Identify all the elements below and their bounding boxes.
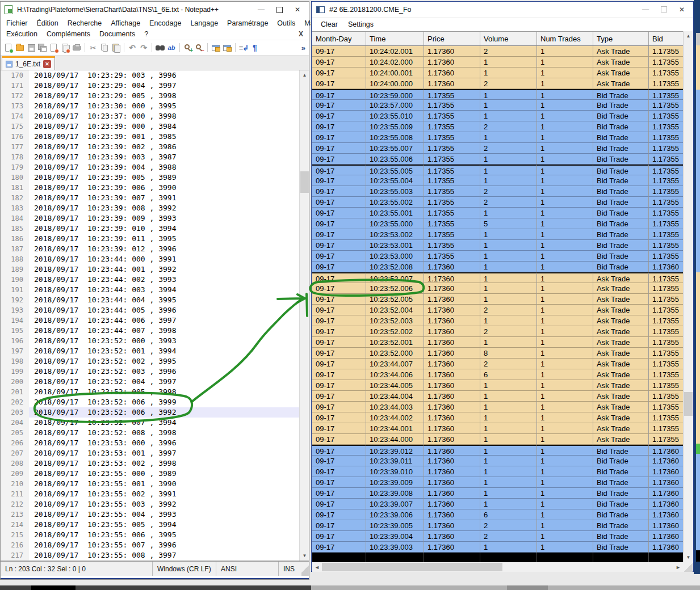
column-header-month-day[interactable]: Month-Day — [312, 32, 366, 45]
resize-grip[interactable] — [301, 562, 309, 576]
table-row[interactable]: 09-1710:23:55.0071.1735521Bid Trade1.173… — [312, 143, 684, 154]
table-row[interactable]: 09-1710:23:39.0051.1736021Bid Trade1.173… — [312, 520, 684, 531]
tab-1-6e-txt[interactable]: 1_6E.txt ✕ — [2, 56, 55, 70]
table-row[interactable]: 09-1710:23:39.0091.1736011Bid Trade1.173… — [312, 477, 684, 488]
editor-line[interactable]: 1922018/09/17 10:23:44: 004 , 3995 — [1, 295, 299, 305]
scrollbar-thumb[interactable] — [300, 171, 309, 193]
table-row[interactable]: 09-1710:23:53.0021.1735511Bid Trade1.173… — [312, 229, 684, 240]
editor-line[interactable]: 1792018/09/17 10:23:39: 004 , 3988 — [1, 162, 299, 172]
menu-item-exécution[interactable]: Exécution — [2, 29, 42, 40]
editor-line[interactable]: 1892018/09/17 10:23:44: 001 , 3992 — [1, 264, 299, 275]
sync-vertical-scroll-icon[interactable] — [211, 43, 221, 53]
scroll-left-icon[interactable]: ◄ — [312, 562, 322, 572]
minimize-button[interactable]: — — [636, 3, 655, 16]
table-row[interactable]: 09-1710:23:52.0081.1736011Bid Trade1.173… — [312, 262, 684, 272]
table-row[interactable]: 09-1710:23:39.0041.1736021Bid Trade1.173… — [312, 531, 684, 542]
column-header-bid[interactable]: Bid — [649, 32, 684, 45]
table-row[interactable]: 09-1710:23:55.0081.1735511Bid Trade1.173… — [312, 132, 684, 143]
table-row[interactable]: 09-1710:23:44.0011.1736011Ask Trade1.173… — [312, 423, 684, 434]
scrollbar-thumb[interactable] — [684, 392, 693, 416]
scroll-right-icon[interactable]: ► — [673, 562, 683, 572]
editor-line[interactable]: 2142018/09/17 10:23:55: 005 , 3994 — [1, 520, 299, 530]
redo-icon[interactable]: ↷ — [139, 43, 149, 53]
table-row[interactable]: 09-1710:23:55.0001.1735551Bid Trade1.173… — [312, 218, 684, 229]
table-row[interactable]: 09-1710:23:39.0111.1736011Bid Trade1.173… — [312, 456, 684, 466]
cut-icon[interactable]: ✂ — [88, 43, 98, 53]
table-row[interactable]: 09-1710:23:55.0011.1735511Bid Trade1.173… — [312, 208, 684, 218]
column-header-type[interactable]: Type — [593, 32, 649, 45]
column-header-volume[interactable]: Volume — [480, 32, 537, 45]
paste-icon[interactable] — [111, 43, 121, 53]
table-row[interactable]: 09-1710:23:52.0051.1736011Ask Trade1.173… — [312, 294, 684, 305]
editor-line[interactable]: 2052018/09/17 10:23:52: 008 , 3998 — [1, 428, 299, 438]
table-row[interactable]: 09-1710:23:39.0031.1736011Bid Trade1.173… — [312, 542, 684, 553]
editor-line[interactable]: 2132018/09/17 10:23:55: 004 , 3993 — [1, 509, 299, 520]
save-all-icon[interactable] — [37, 43, 48, 53]
editor-line[interactable]: 1772018/09/17 10:23:39: 002 , 3986 — [1, 142, 299, 152]
menu-item-langage[interactable]: Langage — [186, 18, 223, 29]
table-row[interactable]: 09-1710:23:44.0001.1736011Ask Trade1.173… — [312, 434, 684, 445]
menu-item-paramétrage[interactable]: Paramétrage — [223, 18, 273, 29]
toolbar-overflow-icon[interactable]: » — [301, 44, 307, 52]
find-icon[interactable] — [155, 43, 165, 53]
editor-line[interactable]: 2062018/09/17 10:23:53: 000 , 3996 — [1, 438, 299, 448]
copy-icon[interactable] — [99, 43, 110, 53]
editor-line[interactable]: 2042018/09/17 10:23:52: 007 , 3994 — [1, 418, 299, 428]
table-row[interactable]: 09-1710:23:39.0061.1736061Bid Trade1.173… — [312, 509, 684, 520]
editor-line[interactable]: 2012018/09/17 10:23:52: 005 , 3998 — [1, 387, 299, 397]
table-row[interactable]: 09-1710:24:02.0011.1736021Ask Trade1.173… — [312, 46, 684, 57]
table-row[interactable]: 09-1710:23:39.0101.1736011Bid Trade1.173… — [312, 466, 684, 477]
table-row[interactable]: 09-1710:23:44.0071.1736021Ask Trade1.173… — [312, 359, 684, 369]
table-vertical-scrollbar[interactable]: ▲ ▼ — [683, 31, 693, 562]
editor-line[interactable]: 1932018/09/17 10:23:44: 005 , 3996 — [1, 305, 299, 315]
table-row[interactable]: 09-1710:23:39.0081.1736011Bid Trade1.173… — [312, 488, 684, 499]
table-row[interactable]: 09-1710:23:55.0051.1735511Bid Trade1.173… — [312, 165, 684, 175]
table-row[interactable]: 09-1710:23:55.0101.1735511Bid Trade1.173… — [312, 111, 684, 121]
menu-item-compléments[interactable]: Compléments — [42, 29, 95, 40]
menu-item-affichage[interactable]: Affichage — [106, 18, 145, 29]
close-button[interactable]: ✕ — [288, 3, 307, 16]
editor-line[interactable]: 2082018/09/17 10:23:53: 002 , 3998 — [1, 458, 299, 469]
save-icon[interactable] — [26, 43, 36, 53]
scrollbar-thumb[interactable] — [322, 563, 502, 571]
editor-line[interactable]: 2122018/09/17 10:23:55: 003 , 3992 — [1, 499, 299, 509]
menu-item-fichier[interactable]: Fichier — [2, 18, 32, 29]
editor-line[interactable]: 2002018/09/17 10:23:52: 004 , 3997 — [1, 377, 299, 387]
table-row[interactable]: 09-1710:24:02.0001.1736011Ask Trade1.173… — [312, 57, 684, 68]
undo-icon[interactable]: ↶ — [127, 43, 137, 53]
resize-grip[interactable] — [683, 562, 693, 572]
table-row[interactable]: 09-1710:23:55.0031.1735521Bid Trade1.173… — [312, 186, 684, 197]
scroll-up-icon[interactable]: ▲ — [300, 70, 309, 80]
word-wrap-icon[interactable]: ≡↲ — [238, 43, 249, 53]
editor-line[interactable]: 2032018/09/17 10:23:52: 006 , 3992 — [1, 407, 299, 418]
column-header-num-trades[interactable]: Num Trades — [537, 32, 593, 45]
show-all-characters-icon[interactable]: ¶ — [250, 43, 260, 53]
table-row[interactable]: 09-1710:23:44.0051.1736011Ask Trade1.173… — [312, 380, 684, 391]
editor-line[interactable]: 1762018/09/17 10:23:39: 001 , 3985 — [1, 132, 299, 142]
zoom-in-icon[interactable]: + — [183, 43, 193, 53]
menu-item-outils[interactable]: Outils — [273, 18, 300, 29]
table-row[interactable]: 09-1710:23:55.0041.1735511Bid Trade1.173… — [312, 175, 684, 186]
editor-line[interactable]: 1822018/09/17 10:23:39: 007 , 3991 — [1, 193, 299, 203]
scroll-up-icon[interactable]: ▲ — [684, 31, 693, 41]
column-header-time[interactable]: Time — [366, 32, 424, 45]
editor-line[interactable]: 1952018/09/17 10:23:44: 007 , 3998 — [1, 326, 299, 336]
editor-line[interactable]: 1742018/09/17 10:23:37: 000 , 3998 — [1, 111, 299, 121]
table-row[interactable]: 09-1710:23:55.0091.1735521Bid Trade1.173… — [312, 121, 684, 132]
editor-line[interactable]: 1782018/09/17 10:23:39: 003 , 3987 — [1, 152, 299, 162]
editor-line[interactable]: 1992018/09/17 10:23:52: 003 , 3996 — [1, 366, 299, 377]
scroll-down-icon[interactable]: ▼ — [300, 551, 309, 560]
table-row[interactable]: 09-1710:23:44.0031.1736011Ask Trade1.173… — [312, 402, 684, 412]
editor-line[interactable]: 2162018/09/17 10:23:55: 007 , 3996 — [1, 540, 299, 550]
table-row[interactable]: 09-1710:23:44.0021.1736011Ask Trade1.173… — [312, 412, 684, 423]
table-row[interactable]: 09-1710:23:39.0121.1736011Bid Trade1.173… — [312, 445, 684, 456]
editor-line[interactable]: 2102018/09/17 10:23:55: 001 , 3990 — [1, 479, 299, 489]
menu-item-documents[interactable]: Documents — [95, 29, 140, 40]
close-file-icon[interactable] — [49, 43, 59, 53]
open-file-icon[interactable] — [15, 43, 25, 53]
editor-line[interactable]: 1812018/09/17 10:23:39: 006 , 3990 — [1, 183, 299, 193]
minimize-button[interactable]: — — [252, 3, 270, 16]
editor-vertical-scrollbar[interactable]: ▲ ▼ — [299, 70, 309, 560]
table-row[interactable]: 09-1710:23:39.0071.1736011Bid Trade1.173… — [312, 499, 684, 509]
editor-line[interactable]: 1982018/09/17 10:23:52: 002 , 3995 — [1, 356, 299, 366]
